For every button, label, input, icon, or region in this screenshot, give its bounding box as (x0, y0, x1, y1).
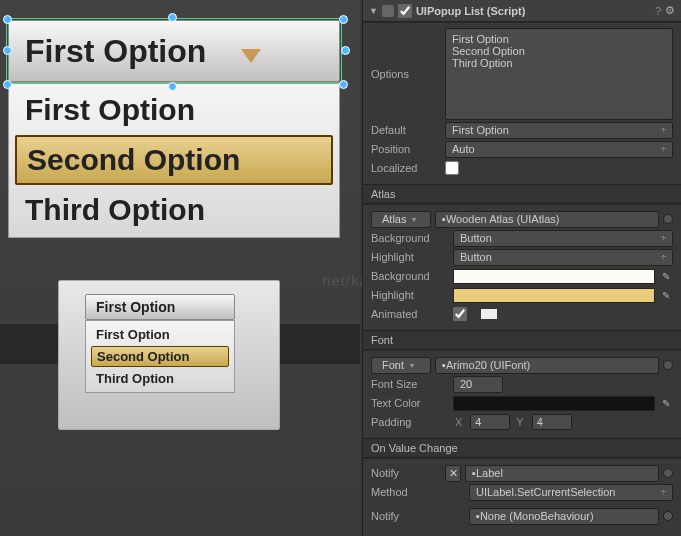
selection-handle[interactable] (3, 15, 12, 24)
gear-icon[interactable]: ⚙ (665, 4, 675, 17)
popup-large[interactable]: First Option First Option Second Option … (8, 20, 340, 238)
notify2-label: Notify (371, 510, 441, 522)
background-label: Background (371, 232, 449, 244)
component-enable-checkbox[interactable] (398, 4, 412, 18)
animated-indicator (481, 309, 497, 319)
background-sprite-dropdown[interactable]: Button (453, 230, 673, 247)
notify2-field[interactable]: ▪ None (MonoBehaviour) (469, 508, 659, 525)
fontsize-label: Font Size (371, 378, 449, 390)
scene-view[interactable]: First Option First Option Second Option … (0, 0, 360, 536)
popup-large-dropdown: First Option Second Option Third Option (8, 82, 340, 238)
object-picker-icon[interactable] (663, 511, 673, 521)
atlas-section: Atlas ▪ Wooden Atlas (UIAtlas) Backgroun… (363, 204, 681, 330)
notify-field[interactable]: ▪ Label (465, 465, 659, 482)
bg-color-swatch[interactable] (453, 269, 655, 284)
method-dropdown[interactable]: UILabel.SetCurrentSelection (469, 484, 673, 501)
highlight-label: Highlight (371, 251, 449, 263)
popup-small-option[interactable]: Third Option (86, 368, 234, 389)
eyedropper-icon[interactable]: ✎ (659, 396, 673, 410)
popup-small-option[interactable]: First Option (86, 324, 234, 345)
padding-y-field[interactable] (532, 414, 572, 430)
object-picker-icon[interactable] (663, 214, 673, 224)
font-button[interactable]: Font (371, 357, 431, 374)
popup-small-selected: First Option (96, 299, 175, 315)
localized-label: Localized (371, 162, 441, 174)
component-header[interactable]: ▼ UIPopup List (Script) ? ⚙ (363, 0, 681, 22)
eyedropper-icon[interactable]: ✎ (659, 269, 673, 283)
options-textarea[interactable]: First Option Second Option Third Option (445, 28, 673, 120)
padding-label: Padding (371, 416, 449, 428)
highlight-sprite-dropdown[interactable]: Button (453, 249, 673, 266)
notify-value: Label (476, 467, 503, 479)
popup-small-header[interactable]: First Option (85, 294, 235, 320)
font-value: Arimo20 (UIFont) (446, 359, 530, 371)
hl-color-label: Highlight (371, 289, 449, 301)
method-label: Method (371, 486, 441, 498)
position-dropdown[interactable]: Auto (445, 141, 673, 158)
animated-label: Animated (371, 308, 449, 320)
eyedropper-icon[interactable]: ✎ (659, 288, 673, 302)
default-dropdown[interactable]: First Option (445, 122, 673, 139)
popup-large-option[interactable]: Second Option (15, 135, 333, 185)
inspector-panel: ▼ UIPopup List (Script) ? ⚙ Options Firs… (362, 0, 681, 536)
position-label: Position (371, 143, 441, 155)
remove-notify-button[interactable]: ✕ (445, 465, 461, 482)
bg-color-label: Background (371, 270, 449, 282)
padding-x-field[interactable] (470, 414, 510, 430)
popup-large-selected: First Option (25, 33, 206, 70)
options-label: Options (371, 68, 441, 80)
selection-handle[interactable] (339, 15, 348, 24)
animated-checkbox[interactable] (453, 307, 467, 321)
ovc-section-header: On Value Change (363, 438, 681, 458)
popup-small-option[interactable]: Second Option (91, 346, 229, 367)
script-icon (382, 5, 394, 17)
x-label: X (455, 416, 462, 428)
popup-small-dropdown: First Option Second Option Third Option (85, 320, 235, 393)
selection-handle[interactable] (339, 80, 348, 89)
selection-handle[interactable] (168, 13, 177, 22)
atlas-field[interactable]: ▪ Wooden Atlas (UIAtlas) (435, 211, 659, 228)
object-picker-icon[interactable] (663, 468, 673, 478)
text-color-swatch[interactable] (453, 396, 655, 411)
popup-large-option[interactable]: First Option (9, 87, 339, 133)
atlas-button[interactable]: Atlas (371, 211, 431, 228)
atlas-value: Wooden Atlas (UIAtlas) (446, 213, 560, 225)
localized-checkbox[interactable] (445, 161, 459, 175)
textcolor-label: Text Color (371, 397, 449, 409)
hl-color-swatch[interactable] (453, 288, 655, 303)
object-picker-icon[interactable] (663, 360, 673, 370)
popup-large-header[interactable]: First Option (8, 20, 340, 82)
selection-handle[interactable] (3, 46, 12, 55)
ovc-section: Notify ✕ ▪ Label Method UILabel.SetCurre… (363, 458, 681, 532)
selection-handle[interactable] (168, 82, 177, 91)
font-field[interactable]: ▪ Arimo20 (UIFont) (435, 357, 659, 374)
options-section: Options First Option Second Option Third… (363, 22, 681, 184)
popup-large-option[interactable]: Third Option (9, 187, 339, 233)
foldout-icon[interactable]: ▼ (369, 6, 378, 16)
notify-label: Notify (371, 467, 441, 479)
y-label: Y (516, 416, 523, 428)
help-icon[interactable]: ? (655, 5, 661, 17)
default-label: Default (371, 124, 441, 136)
component-title: UIPopup List (Script) (416, 5, 651, 17)
selection-handle[interactable] (341, 46, 350, 55)
atlas-section-header: Atlas (363, 184, 681, 204)
fontsize-field[interactable]: 20 (453, 376, 503, 393)
selection-handle[interactable] (3, 80, 12, 89)
popup-small[interactable]: First Option First Option Second Option … (85, 294, 235, 393)
font-section: Font ▪ Arimo20 (UIFont) Font Size 20 Tex… (363, 350, 681, 438)
font-section-header: Font (363, 330, 681, 350)
notify2-value: None (MonoBehaviour) (480, 510, 594, 522)
